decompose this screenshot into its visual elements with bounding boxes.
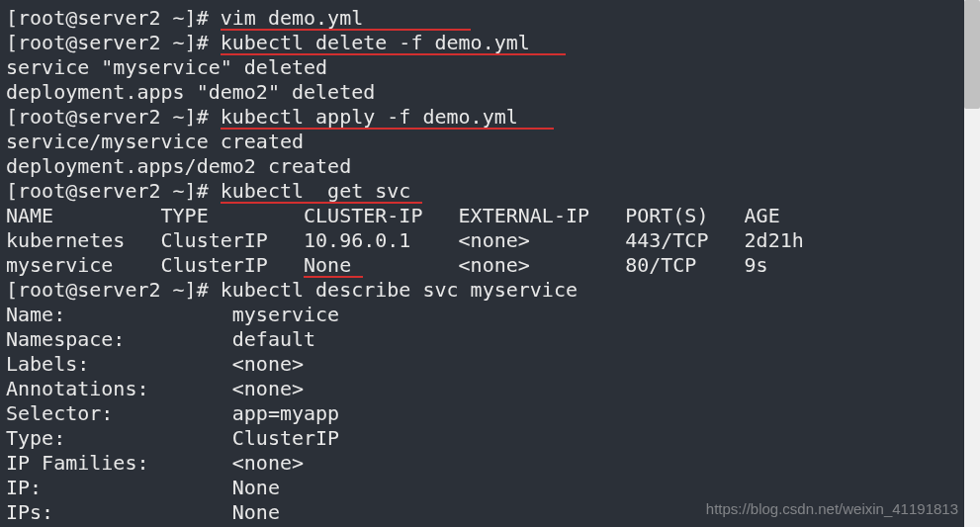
describe-labels: Labels: <none>: [6, 352, 974, 377]
prompt-line-1: [root@server2 ~]# vim demo.yml: [6, 6, 974, 31]
describe-namespace: Namespace: default: [6, 327, 974, 352]
output-apply-deployment: deployment.apps/demo2 created: [6, 154, 974, 179]
svc-row-kubernetes: kubernetes ClusterIP 10.96.0.1 <none> 44…: [6, 228, 974, 253]
prompt-line-5: [root@server2 ~]# kubectl describe svc m…: [6, 278, 974, 303]
svc-row-myservice-a: myservice ClusterIP: [6, 253, 304, 277]
output-delete-deployment: deployment.apps "demo2" deleted: [6, 80, 974, 105]
describe-selector: Selector: app=myapp: [6, 401, 974, 426]
terminal-output[interactable]: [root@server2 ~]# vim demo.yml [root@ser…: [0, 0, 980, 527]
prompt: [root@server2 ~]#: [6, 6, 209, 30]
describe-ipfamilies: IP Families: <none>: [6, 451, 974, 476]
scrollbar-thumb[interactable]: [964, 0, 980, 109]
prompt: [root@server2 ~]#: [6, 179, 209, 203]
prompt: [root@server2 ~]#: [6, 278, 209, 302]
watermark: https://blog.csdn.net/weixin_41191813: [706, 500, 958, 517]
prompt: [root@server2 ~]#: [6, 105, 209, 129]
prompt-line-2: [root@server2 ~]# kubectl delete -f demo…: [6, 31, 974, 55]
output-delete-service: service "myservice" deleted: [6, 55, 974, 80]
command-vim: vim demo.yml: [221, 6, 471, 30]
describe-type: Type: ClusterIP: [6, 426, 974, 451]
svc-row-myservice-b: <none> 80/TCP 9s: [363, 253, 767, 277]
svc-row-none-underline: None: [304, 253, 363, 277]
output-apply-service: service/myservice created: [6, 130, 974, 154]
svc-row-myservice: myservice ClusterIP None <none> 80/TCP 9…: [6, 253, 974, 278]
prompt-line-4: [root@server2 ~]# kubectl get svc: [6, 179, 974, 204]
command-apply: kubectl apply -f demo.yml: [221, 105, 554, 129]
describe-ip: IP: None: [6, 476, 974, 500]
prompt: [root@server2 ~]#: [6, 31, 209, 54]
describe-annotations: Annotations: <none>: [6, 377, 974, 401]
describe-name: Name: myservice: [6, 303, 974, 327]
command-delete: kubectl delete -f demo.yml: [221, 31, 566, 54]
command-get-svc: kubectl get svc: [221, 179, 423, 203]
command-describe: kubectl describe svc myservice: [221, 278, 578, 302]
svc-headers: NAME TYPE CLUSTER-IP EXTERNAL-IP PORT(S)…: [6, 204, 974, 228]
prompt-line-3: [root@server2 ~]# kubectl apply -f demo.…: [6, 105, 974, 130]
scrollbar-track[interactable]: [964, 0, 980, 527]
